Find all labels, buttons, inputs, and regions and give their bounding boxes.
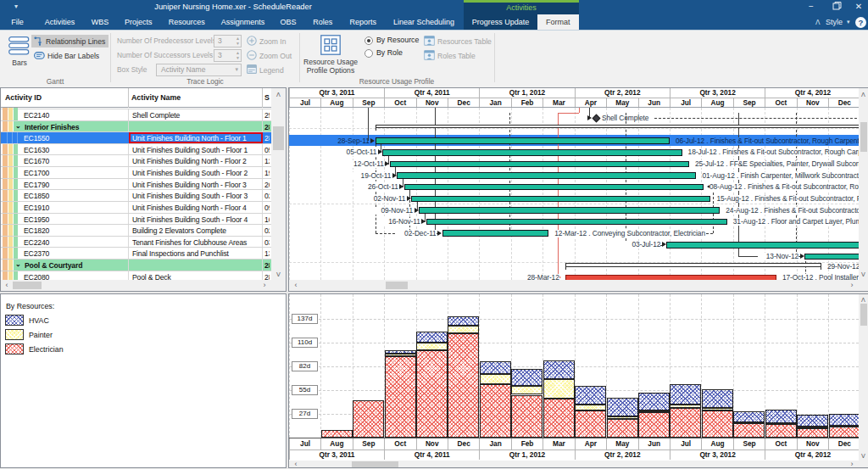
table-row-ec1670[interactable]: EC1670Unit Finishes Building North - Flo… — [1, 155, 271, 167]
gantt-vertical-scrollbar[interactable]: ᐱᐯ — [859, 88, 868, 280]
table-row-interior-finishes[interactable]: ⌄Interior Finishes28-Sep-11 — [1, 121, 271, 133]
tab-file[interactable]: File — [11, 14, 24, 30]
tab-progress-update[interactable]: Progress Update — [472, 14, 530, 30]
scroll-thumb[interactable] — [860, 304, 867, 326]
timeline-month[interactable]: Feb — [511, 98, 542, 109]
restore-button[interactable] — [824, 1, 846, 14]
spinner-arrows-icon[interactable]: ▲▼ — [236, 36, 240, 46]
scroll-left-arrow[interactable]: ‹ — [292, 461, 300, 467]
timeline-quarter-4[interactable]: Qtr 2, 2012 — [575, 88, 670, 98]
table-row-ec1700[interactable]: EC1700Unit Finishes Building South - Flo… — [1, 167, 271, 179]
scroll-down-arrow[interactable]: ᐯ — [859, 271, 868, 278]
scroll-thumb[interactable] — [273, 126, 284, 150]
timeline-quarter-6[interactable]: Qtr 4, 2012 — [765, 88, 859, 98]
scroll-left-arrow[interactable]: ‹ — [292, 282, 300, 289]
hide-bar-labels-button[interactable]: Hide Bar Labels — [31, 49, 108, 62]
scroll-left-arrow[interactable]: ‹ — [3, 282, 11, 289]
timeline-month[interactable]: Jul — [670, 98, 701, 109]
legend-item-electrician[interactable]: Electrician — [5, 343, 175, 355]
collapse-arrow-icon[interactable]: ⌄ — [15, 260, 24, 268]
timeline-month[interactable]: Aug — [320, 98, 352, 109]
tab-obs[interactable]: OBS — [281, 14, 297, 30]
table-row-ec1850[interactable]: EC1850Unit Finishes Building South - Flo… — [1, 190, 271, 202]
column-header-activity-id[interactable]: Activity ID — [5, 93, 42, 102]
timeline-month[interactable]: Oct — [384, 98, 415, 109]
scroll-thumb[interactable] — [352, 461, 398, 467]
table-row-ec1950[interactable]: EC1950Unit Finishes Building South - Flo… — [1, 214, 271, 226]
table-row-ec2370[interactable]: EC2370Final Inspections and Punchlist13-… — [1, 248, 271, 260]
gantt-canvas[interactable]: Shell Complete28-Sep-1106-Jul-12 . Finis… — [289, 108, 859, 280]
help-button[interactable]: ? — [855, 17, 866, 28]
tab-activities[interactable]: Activities — [45, 14, 75, 30]
tab-projects[interactable]: Projects — [125, 14, 153, 30]
histogram-horizontal-scrollbar[interactable]: ‹› — [289, 461, 859, 467]
scroll-right-arrow[interactable]: › — [260, 282, 269, 289]
timeline-month[interactable]: Oct — [765, 98, 796, 109]
timeline-month[interactable]: Aug — [701, 98, 732, 109]
bars-button[interactable]: Bars — [5, 36, 34, 70]
timeline-month[interactable]: Dec — [828, 98, 859, 109]
table-row-ec2240[interactable]: EC2240Tenant Finishes for Clubhouse Area… — [1, 237, 271, 248]
timeline-month[interactable]: Mar — [542, 98, 574, 109]
scroll-up-arrow[interactable]: ᐱ — [859, 91, 868, 98]
close-button[interactable]: ✕ — [848, 1, 868, 14]
tab-wbs[interactable]: WBS — [92, 14, 109, 30]
roles-table-button[interactable]: Roles Table — [424, 49, 492, 62]
table-vertical-scrollbar[interactable]: ᐱᐯ — [271, 88, 286, 280]
zoom-in-button[interactable]: Zoom In — [246, 35, 297, 47]
scroll-thumb[interactable] — [13, 282, 42, 289]
spinner-arrows-icon[interactable]: ▲▼ — [236, 50, 240, 60]
timeline-month[interactable]: Jul — [289, 98, 320, 109]
table-row-ec2080[interactable]: EC2080Pool & Deck28-Mar-12 — [1, 271, 271, 280]
style-caret-icon[interactable]: ▾ — [847, 19, 850, 25]
scroll-thumb[interactable] — [386, 282, 408, 289]
minimize-button[interactable]: − — [800, 1, 822, 14]
relationship-lines-toggle[interactable]: Relationship Lines — [31, 35, 108, 47]
tab-resources[interactable]: Resources — [169, 14, 205, 30]
table-horizontal-scrollbar[interactable]: ‹› — [1, 280, 271, 291]
tab-assignments[interactable]: Assignments — [221, 14, 265, 30]
timeline-month[interactable]: Sep — [353, 98, 384, 109]
column-header-start[interactable]: S — [264, 93, 270, 102]
style-menu[interactable]: Style — [826, 18, 843, 26]
timeline-month[interactable]: Nov — [416, 98, 448, 109]
scroll-down-arrow[interactable]: ᐯ — [859, 452, 868, 460]
table-row-pool-courtyard[interactable]: ⌄Pool & Courtyard28-Mar-12 — [1, 260, 271, 271]
timeline-month[interactable]: May — [606, 98, 637, 109]
scroll-right-arrow[interactable]: › — [848, 282, 856, 289]
table-row-ec1550[interactable]: EC1550Unit Finishes Building North - Flo… — [1, 132, 271, 144]
table-row-ec1790[interactable]: EC1790Unit Finishes Building North - Flo… — [1, 179, 271, 191]
by-role-radio[interactable]: By Role — [364, 48, 424, 59]
table-row-ec2140[interactable]: EC2140Shell Complete25-Apr-12 — [1, 109, 271, 121]
timeline-month[interactable]: Apr — [575, 98, 606, 109]
tab-roles[interactable]: Roles — [313, 14, 332, 30]
successors-levels-spinner[interactable]: 3 ▲▼ — [214, 49, 242, 62]
collapse-ribbon-icon[interactable]: ᐱ — [815, 19, 820, 26]
timeline-quarter-5[interactable]: Qtr 3, 2012 — [670, 88, 765, 98]
scroll-down-arrow[interactable]: ᐯ — [271, 271, 286, 278]
collapse-arrow-icon[interactable]: ⌄ — [15, 122, 24, 130]
tab-reports[interactable]: Reports — [349, 14, 376, 30]
legend-item-hvac[interactable]: HVAC — [5, 315, 175, 327]
gantt-horizontal-scrollbar[interactable]: ‹› — [289, 280, 859, 291]
timeline-quarter-1[interactable]: Qtr 3, 2011 — [289, 88, 384, 98]
tab-format[interactable]: Format — [537, 14, 579, 30]
timeline-quarter-2[interactable]: Qtr 4, 2011 — [384, 88, 479, 98]
scroll-right-arrow[interactable]: › — [848, 461, 856, 467]
timeline-month[interactable]: Jun — [638, 98, 670, 109]
timeline-month[interactable]: Nov — [797, 98, 828, 109]
resource-usage-profile-options-button[interactable]: Resource Usage Profile Options — [306, 35, 355, 81]
scroll-up-arrow[interactable]: ᐱ — [271, 91, 286, 98]
box-style-combo[interactable]: Activity Name ▾ — [156, 64, 242, 76]
timeline-month[interactable]: Dec — [448, 98, 479, 109]
histogram-vertical-scrollbar[interactable]: ᐱᐯ — [859, 294, 868, 461]
scroll-up-arrow[interactable]: ᐱ — [859, 296, 868, 304]
legend-item-painter[interactable]: Painter — [5, 329, 175, 341]
timeline-month[interactable]: Jan — [479, 98, 510, 109]
legend-button[interactable]: Legend — [246, 64, 297, 76]
by-resource-radio[interactable]: By Resource — [364, 36, 424, 47]
timeline-month[interactable]: Sep — [733, 98, 765, 109]
predecessor-levels-spinner[interactable]: 3 ▲▼ — [214, 35, 242, 47]
table-row-ec1820[interactable]: EC1820Building 2 Elevators Complete02-De… — [1, 225, 271, 237]
zoom-out-button[interactable]: Zoom Out — [246, 49, 297, 62]
